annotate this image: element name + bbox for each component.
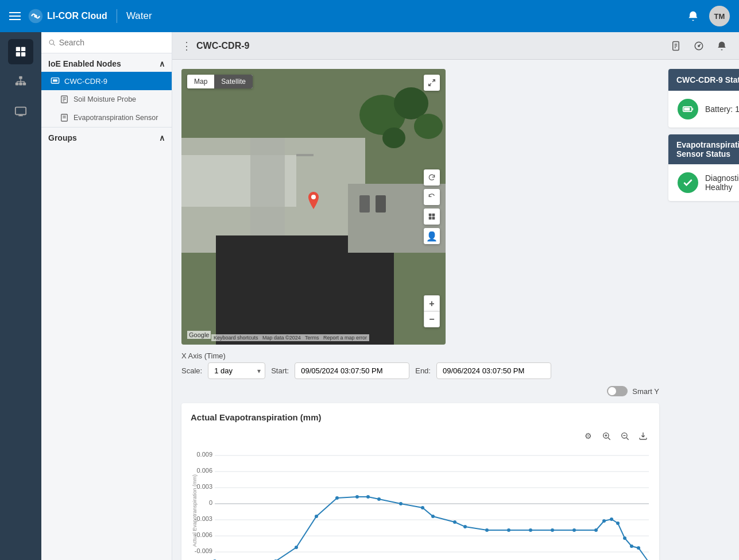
- notification-icon-btn[interactable]: [714, 38, 730, 54]
- nodes-section-header: IoE Enabled Nodes ∧: [41, 53, 172, 72]
- map-tab-map[interactable]: Map: [187, 75, 214, 88]
- map-pegman-btn[interactable]: 👤: [424, 228, 440, 244]
- context-menu-dots[interactable]: ⋮: [181, 40, 192, 52]
- svg-rect-2: [16, 47, 20, 51]
- diagnostics-status-icon: [678, 172, 698, 193]
- end-label: End:: [415, 366, 431, 375]
- map-location-pin: [307, 191, 320, 213]
- start-label: Start:: [271, 366, 289, 375]
- sidebar-node-evapotranspiration[interactable]: Evapotranspiration Sensor: [41, 109, 172, 127]
- sidebar-node-soil-moisture[interactable]: Soil Moisture Probe: [41, 90, 172, 109]
- content-body: Map Satellite: [172, 60, 739, 560]
- svg-point-103: [623, 536, 626, 540]
- node-icon: [51, 76, 60, 86]
- svg-rect-54: [432, 217, 435, 220]
- chart-download-btn[interactable]: [636, 429, 650, 443]
- sidebar-item-screen[interactable]: [8, 99, 33, 124]
- map-group-btn[interactable]: [424, 208, 440, 225]
- smart-y-label: Smart Y: [632, 387, 659, 396]
- svg-point-96: [529, 528, 532, 532]
- sensor-status-header: Evapotranspiration Sensor Status i: [668, 134, 739, 164]
- svg-rect-9: [23, 83, 26, 86]
- groups-collapse-chevron[interactable]: ∧: [159, 133, 165, 142]
- svg-point-92: [453, 520, 456, 524]
- module-title: Water: [126, 10, 152, 22]
- notification-bell[interactable]: [684, 7, 702, 25]
- x-axis-label: X Axis (Time): [181, 352, 659, 360]
- svg-point-86: [355, 495, 359, 499]
- svg-point-42: [414, 114, 443, 139]
- svg-rect-21: [53, 79, 57, 82]
- svg-rect-45: [376, 195, 386, 213]
- svg-point-104: [630, 544, 633, 548]
- chart-zoom-in-btn[interactable]: [599, 429, 613, 443]
- svg-point-102: [616, 522, 620, 525]
- svg-rect-51: [429, 214, 432, 217]
- sidebar-item-hierarchy[interactable]: [8, 69, 33, 94]
- scale-select-wrapper[interactable]: 1 day 3 days 7 days 30 days: [208, 362, 265, 379]
- svg-point-99: [594, 528, 598, 532]
- app-name: LI-COR Cloud: [47, 11, 107, 21]
- svg-rect-7: [16, 83, 18, 86]
- svg-point-100: [602, 519, 606, 523]
- svg-text:0.009: 0.009: [196, 451, 212, 458]
- nodes-section-label: IoE Enabled Nodes: [48, 59, 121, 68]
- smart-y-toggle[interactable]: [607, 386, 628, 396]
- chart-svg: 0.009 0.006 0.003 0 -0.003 -0.006 -0.009…: [191, 447, 650, 560]
- svg-rect-5: [21, 52, 25, 56]
- svg-text:0: 0: [209, 499, 212, 506]
- search-input[interactable]: [59, 38, 165, 47]
- map-section: Map Satellite: [181, 69, 659, 560]
- search-icon: [48, 38, 56, 47]
- svg-point-88: [377, 497, 381, 501]
- chart-toolbar: ⚙: [191, 429, 650, 443]
- sidebar-node-cwc-cdr-9[interactable]: CWC-CDR-9: [41, 72, 172, 90]
- svg-rect-52: [432, 214, 435, 217]
- scale-label: Scale:: [181, 366, 202, 375]
- map-tab-satellite[interactable]: Satellite: [214, 75, 253, 88]
- chart-settings-btn[interactable]: ⚙: [581, 429, 595, 443]
- chart-title: Actual Evapotranspiration (mm): [191, 412, 650, 422]
- search-bar[interactable]: [41, 32, 172, 53]
- axis-controls: X Axis (Time) Scale: 1 day 3 days 7 days…: [181, 345, 659, 384]
- sidebar-item-grid[interactable]: [8, 39, 33, 64]
- page-title: CWC-CDR-9: [196, 41, 663, 51]
- groups-section-header: Groups ∧: [41, 127, 172, 148]
- map-zoom-out-btn[interactable]: −: [424, 311, 440, 327]
- svg-point-90: [421, 506, 424, 509]
- map-fullscreen-btn[interactable]: [424, 75, 440, 91]
- start-date-input[interactable]: [295, 362, 409, 379]
- svg-rect-4: [16, 52, 20, 56]
- right-panel: CWC-CDR-9 Status i Battery: 100%: [668, 69, 739, 560]
- svg-text:0.006: 0.006: [196, 467, 212, 474]
- node-status-card: CWC-CDR-9 Status i Battery: 100%: [668, 69, 739, 128]
- left-icon-bar: [0, 32, 41, 560]
- chart-zoom-out-btn[interactable]: [618, 429, 632, 443]
- et-sensor-icon: [60, 113, 69, 122]
- end-date-input[interactable]: [436, 362, 551, 379]
- map-refresh-btn[interactable]: [424, 169, 440, 186]
- svg-point-101: [610, 517, 613, 521]
- scale-select[interactable]: 1 day 3 days 7 days 30 days: [208, 362, 265, 379]
- app-logo: LI-COR Cloud: [28, 8, 107, 24]
- node-status-title: CWC-CDR-9 Status: [676, 75, 739, 84]
- hamburger-button[interactable]: [9, 12, 21, 20]
- sensor-status-body: Diagnostics Healthy: [668, 164, 739, 201]
- map-zoom-in-btn[interactable]: +: [424, 295, 440, 311]
- speedometer-icon-btn[interactable]: [691, 38, 707, 54]
- svg-point-105: [637, 546, 640, 550]
- nodes-collapse-chevron[interactable]: ∧: [159, 59, 165, 68]
- svg-line-19: [53, 44, 55, 45]
- map-rotate-btn[interactable]: [424, 189, 440, 205]
- smart-y-row: Smart Y: [181, 384, 659, 399]
- top-nav: LI-COR Cloud Water TM: [0, 0, 739, 32]
- toggle-knob: [608, 387, 616, 395]
- page-header: ⋮ CWC-CDR-9: [172, 32, 739, 60]
- map-controls: 👤: [424, 169, 440, 244]
- battery-status-icon: [678, 99, 698, 119]
- sensor-status-title: Evapotranspiration Sensor Status: [676, 140, 739, 159]
- user-avatar[interactable]: TM: [709, 6, 730, 26]
- document-icon-btn[interactable]: [668, 38, 684, 54]
- map-container[interactable]: Map Satellite: [181, 69, 446, 345]
- svg-text:Actual Evapotranspiration (mm): Actual Evapotranspiration (mm): [192, 474, 198, 547]
